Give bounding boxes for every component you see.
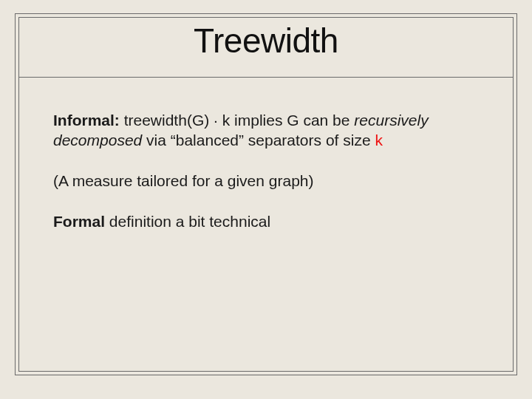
formal-label: Formal	[53, 213, 105, 230]
treewidth-expr: treewidth(G) · k	[120, 112, 230, 129]
paragraph-formal: Formal definition a bit technical	[53, 212, 479, 232]
text-via: via “balanced” separators of size	[142, 132, 375, 149]
paragraph-informal: Informal: treewidth(G) · k implies G can…	[53, 111, 479, 151]
text-k: k	[375, 132, 383, 149]
slide: Treewidth Informal: treewidth(G) · k imp…	[0, 0, 532, 399]
slide-content: Informal: treewidth(G) · k implies G can…	[53, 111, 479, 253]
paragraph-measure: (A measure tailored for a given graph)	[53, 171, 479, 191]
divider	[19, 77, 513, 78]
informal-label: Informal:	[53, 112, 120, 129]
text-formal-rest: definition a bit technical	[105, 213, 270, 230]
text-implies: implies G can be	[230, 112, 354, 129]
slide-title: Treewidth	[0, 21, 532, 61]
